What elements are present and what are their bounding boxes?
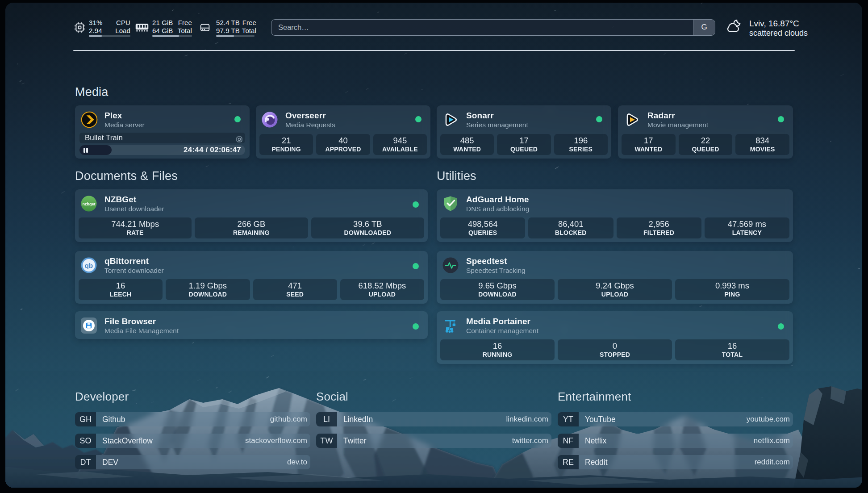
- service-subtitle: Usenet downloader: [104, 205, 164, 213]
- weather-widget[interactable]: Lviv, 16.87°C scattered clouds: [725, 19, 742, 35]
- bookmark-group-title-developer: Developer: [75, 390, 129, 404]
- bookmark-domain: stackoverflow.com: [245, 434, 307, 448]
- bookmark-domain: linkedin.com: [506, 412, 549, 426]
- bookmark-name: Twitter: [343, 434, 367, 448]
- service-card-adguard[interactable]: AdGuard Home DNS and adblocking 498,564Q…: [437, 189, 793, 242]
- disk-total-value: 97.9 TB: [216, 27, 240, 35]
- weather-condition: scattered clouds: [749, 29, 862, 38]
- disk-progress-bar: [216, 35, 255, 37]
- filebrowser-icon: [80, 317, 97, 334]
- search-input[interactable]: [271, 20, 691, 35]
- service-title: File Browser: [104, 317, 156, 326]
- cpu-load-label: Load: [115, 27, 130, 35]
- bookmark-abbr: SO: [75, 434, 96, 448]
- stat-stopped: 0STOPPED: [558, 339, 672, 360]
- stat-rate: 744.21 MbpsRATE: [79, 217, 192, 238]
- online-status-dot: [413, 201, 419, 208]
- service-card-qbittorrent[interactable]: qb qBittorrent Torrent downloader 16LEEC…: [75, 251, 428, 304]
- cpu-usage-value: 31%: [89, 19, 102, 27]
- bookmark-domain: github.com: [270, 412, 307, 426]
- bookmark-group-title-social: Social: [316, 390, 348, 404]
- stat-latency: 47.569 msLATENCY: [705, 217, 789, 238]
- service-card-speedtest[interactable]: Speedtest Speedtest Tracking 9.65 GbpsDO…: [437, 251, 793, 304]
- bookmark-domain: dev.to: [287, 455, 307, 469]
- service-card-overseerr[interactable]: Overseerr Media Requests 21PENDING 40APP…: [256, 105, 430, 159]
- cpu-icon: [74, 21, 86, 35]
- nzbget-icon: nzbget: [80, 195, 97, 212]
- online-status-dot: [413, 323, 419, 330]
- stat-wanted: 17WANTED: [622, 134, 676, 155]
- stat-available: 945AVAILABLE: [373, 134, 427, 155]
- stat-movies: 834MOVIES: [735, 134, 789, 155]
- bookmark-dev[interactable]: DT DEV dev.to: [75, 455, 310, 469]
- bookmark-name: LinkedIn: [343, 412, 373, 426]
- stat-downloaded: 39.6 TBDOWNLOADED: [311, 217, 424, 238]
- service-card-nzbget[interactable]: nzbget NZBGet Usenet downloader 744.21 M…: [75, 189, 428, 242]
- service-card-plex[interactable]: Plex Media server Bullet Train 24:44 / 0…: [75, 105, 250, 159]
- portainer-icon: [442, 317, 459, 334]
- svg-text:qb: qb: [85, 262, 93, 269]
- disk-total-label: Total: [242, 27, 256, 35]
- service-card-sonarr[interactable]: Sonarr Series management 485WANTED 17QUE…: [437, 105, 611, 159]
- svg-text:nzbget: nzbget: [83, 202, 96, 206]
- bookmark-name: Netflix: [585, 434, 607, 448]
- service-title: qBittorrent: [104, 256, 149, 266]
- cpu-progress-bar: [89, 35, 130, 37]
- pause-icon[interactable]: [83, 148, 88, 153]
- bookmark-abbr: YT: [558, 412, 579, 426]
- camera-icon: [236, 135, 242, 146]
- speedtest-icon: [442, 257, 459, 274]
- bookmark-twitter[interactable]: TW Twitter twitter.com: [316, 434, 551, 448]
- service-card-portainer[interactable]: Media Portainer Container management 16R…: [437, 311, 793, 364]
- service-subtitle: Media server: [104, 121, 145, 129]
- search-provider-button[interactable]: G: [693, 20, 715, 35]
- radarr-icon: [623, 111, 640, 128]
- bookmark-netflix[interactable]: NF Netflix netflix.com: [558, 434, 793, 448]
- bookmark-name: YouTube: [585, 412, 616, 426]
- header-divider: [73, 50, 795, 51]
- section-title-media: Media: [75, 85, 108, 99]
- service-subtitle: Torrent downloader: [104, 267, 164, 275]
- stat-queries: 498,564QUERIES: [440, 217, 525, 238]
- bookmark-reddit[interactable]: RE Reddit reddit.com: [558, 455, 793, 469]
- weather-location-temp: Lviv, 16.87°C: [749, 19, 862, 28]
- service-card-filebrowser[interactable]: File Browser Media File Management: [75, 311, 428, 339]
- stat-ping: 0.993 msPING: [675, 279, 789, 300]
- memory-total-label: Total: [178, 27, 192, 35]
- bookmark-abbr: NF: [558, 434, 579, 448]
- bookmark-domain: netflix.com: [754, 434, 790, 448]
- service-subtitle: Speedtest Tracking: [466, 267, 526, 275]
- online-status-dot: [596, 116, 602, 122]
- search-bar: G: [271, 19, 715, 36]
- sonarr-icon: [442, 111, 459, 128]
- service-title: NZBGet: [104, 195, 136, 205]
- stat-approved: 40APPROVED: [316, 134, 370, 155]
- bookmark-abbr: GH: [75, 412, 96, 426]
- bookmark-abbr: RE: [558, 455, 579, 469]
- plex-now-playing: Bullet Train: [79, 133, 245, 143]
- memory-icon: [135, 23, 149, 34]
- stat-filtered: 2,956FILTERED: [617, 217, 701, 238]
- bookmark-github[interactable]: GH Github github.com: [75, 412, 310, 426]
- plex-progress-bar[interactable]: 24:44 / 02:06:47: [79, 145, 245, 155]
- service-subtitle: DNS and adblocking: [466, 205, 529, 213]
- bookmark-youtube[interactable]: YT YouTube youtube.com: [558, 412, 793, 426]
- service-title: Overseerr: [285, 111, 326, 121]
- service-subtitle: Media File Management: [104, 327, 179, 335]
- stat-download: 9.65 GbpsDOWNLOAD: [440, 279, 555, 300]
- memory-free-label: Free: [178, 19, 192, 27]
- bookmark-abbr: DT: [75, 455, 96, 469]
- cpu-load-value: 2.94: [89, 27, 102, 35]
- disk-icon: [199, 22, 211, 35]
- service-subtitle: Container management: [466, 327, 538, 335]
- stat-remaining: 266 GBREMAINING: [195, 217, 308, 238]
- bookmark-name: Reddit: [585, 455, 608, 469]
- disk-free-label: Free: [242, 19, 256, 27]
- service-subtitle: Movie management: [647, 121, 708, 129]
- memory-monitor: 21 GiB 64 GiB Free Total: [135, 18, 192, 38]
- bookmark-stackoverflow[interactable]: SO StackOverflow stackoverflow.com: [75, 434, 310, 448]
- memory-total-value: 64 GiB: [152, 27, 173, 35]
- bookmark-linkedin[interactable]: LI LinkedIn linkedin.com: [316, 412, 551, 426]
- memory-progress-bar: [152, 35, 192, 37]
- service-card-radarr[interactable]: Radarr Movie management 17WANTED 22QUEUE…: [618, 105, 793, 159]
